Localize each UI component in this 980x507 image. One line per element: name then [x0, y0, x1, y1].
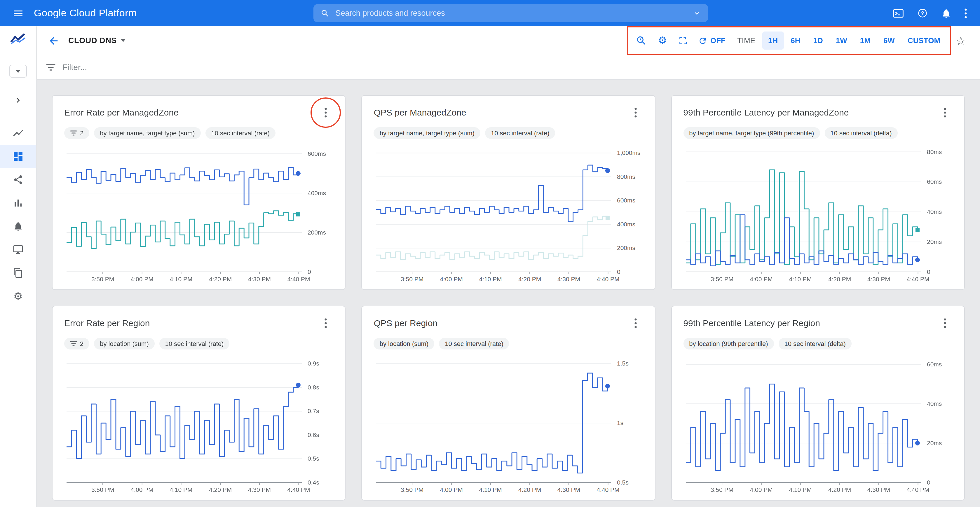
gear-icon: ⚙	[13, 291, 23, 302]
fullscreen-icon[interactable]	[675, 32, 692, 49]
svg-text:3:50 PM: 3:50 PM	[91, 486, 114, 493]
sidebar-item-alerting[interactable]	[0, 215, 36, 238]
header-actions: ?	[892, 8, 967, 19]
time-range-1d[interactable]: 1D	[808, 32, 829, 49]
time-range-6h[interactable]: 6H	[785, 32, 806, 49]
star-icon[interactable]: ☆	[956, 35, 966, 46]
sidebar-item-groups[interactable]	[0, 168, 36, 191]
svg-text:4:30 PM: 4:30 PM	[557, 276, 580, 282]
svg-text:4:00 PM: 4:00 PM	[131, 486, 154, 493]
card-menu-icon[interactable]	[628, 104, 643, 121]
notifications-icon[interactable]	[941, 8, 951, 18]
sidebar-item-pages[interactable]	[0, 261, 36, 285]
svg-text:4:20 PM: 4:20 PM	[209, 486, 232, 493]
svg-text:0.5s: 0.5s	[308, 455, 319, 462]
svg-text:40ms: 40ms	[927, 400, 942, 407]
sidebar-item-reports[interactable]	[0, 191, 36, 215]
card-menu-icon[interactable]	[937, 315, 953, 332]
menu-icon[interactable]	[8, 3, 28, 23]
app-title[interactable]: Google Cloud Platform	[34, 7, 137, 19]
chip: by location (sum)	[374, 338, 434, 350]
svg-text:1,000ms: 1,000ms	[617, 149, 641, 156]
sidebar-item-uptime-checks[interactable]	[0, 238, 36, 261]
svg-text:0.7s: 0.7s	[308, 407, 319, 414]
svg-text:400ms: 400ms	[308, 190, 326, 196]
chip: 10 sec interval (delta)	[824, 127, 897, 139]
filter-icon	[46, 63, 56, 71]
card-menu-icon[interactable]	[628, 315, 643, 332]
chart[interactable]: 60ms40ms20ms03:50 PM4:00 PM4:10 PM4:20 P…	[683, 351, 953, 496]
svg-text:20ms: 20ms	[927, 440, 942, 446]
sidebar-expand-icon[interactable]	[13, 94, 23, 107]
chart[interactable]: 1.5s1s0.5s3:50 PM4:00 PM4:10 PM4:20 PM4:…	[374, 351, 643, 496]
time-range-1h[interactable]: 1H	[762, 32, 784, 49]
time-range-1m[interactable]: 1M	[854, 32, 877, 49]
help-icon[interactable]: ?	[917, 8, 928, 19]
svg-text:4:10 PM: 4:10 PM	[170, 486, 192, 493]
svg-text:3:50 PM: 3:50 PM	[710, 486, 733, 493]
chip-row: by location (99th percentile)10 sec inte…	[683, 338, 953, 350]
zoom-time-icon[interactable]	[633, 32, 650, 49]
card-head: 99th Percentile Latency per ManagedZone	[683, 104, 953, 121]
filter-chip[interactable]: 2	[64, 127, 89, 139]
svg-text:4:10 PM: 4:10 PM	[789, 486, 811, 493]
svg-text:4:10 PM: 4:10 PM	[479, 276, 502, 282]
sidebar-item-metrics-explorer[interactable]	[0, 121, 36, 145]
chart[interactable]: 1,000ms800ms600ms400ms200ms03:50 PM4:00 …	[374, 140, 643, 286]
sidebar-item-settings[interactable]: ⚙	[0, 285, 36, 308]
svg-text:4:20 PM: 4:20 PM	[209, 276, 232, 282]
cloud-shell-icon[interactable]	[892, 8, 904, 18]
svg-text:0.4s: 0.4s	[308, 479, 319, 486]
svg-text:0.8s: 0.8s	[308, 384, 319, 391]
time-range-6w[interactable]: 6W	[878, 32, 900, 49]
sidebar-item-dashboards[interactable]	[0, 145, 36, 168]
time-label: TIME	[737, 36, 755, 45]
time-range-group: 1H6H1D1W1M6WCUSTOM	[762, 32, 946, 49]
svg-text:4:00 PM: 4:00 PM	[750, 486, 773, 493]
auto-refresh-toggle[interactable]: OFF	[696, 36, 728, 45]
svg-text:600ms: 600ms	[617, 197, 636, 203]
chart-card: 99th Percentile Latency per ManagedZone …	[671, 95, 965, 290]
card-menu-icon[interactable]	[318, 315, 334, 332]
filter-chip[interactable]: 2	[64, 338, 89, 350]
chart[interactable]: 600ms400ms200ms03:50 PM4:00 PM4:10 PM4:2…	[64, 140, 334, 286]
chip: 10 sec interval (rate)	[485, 127, 555, 139]
page: Google Cloud Platform ?	[0, 0, 980, 507]
filter-input[interactable]	[62, 62, 970, 72]
svg-text:3:50 PM: 3:50 PM	[401, 486, 424, 493]
toolbar: CLOUD DNS ⚙	[37, 26, 980, 55]
chevron-down-icon[interactable]	[692, 9, 701, 17]
chip-row: by target name, target type (99th percen…	[683, 127, 953, 139]
time-range-1w[interactable]: 1W	[830, 32, 853, 49]
more-icon[interactable]	[964, 8, 967, 18]
refresh-icon	[698, 36, 708, 45]
chip: by target name, target type (99th percen…	[683, 127, 820, 139]
search-bar[interactable]	[313, 4, 708, 22]
chip-row: 2by location (sum)10 sec interval (rate)	[64, 338, 334, 350]
time-range-custom[interactable]: CUSTOM	[902, 32, 946, 49]
chart[interactable]: 0.9s0.8s0.7s0.6s0.5s0.4s3:50 PM4:00 PM4:…	[64, 351, 334, 496]
settings-gear-icon[interactable]: ⚙	[654, 32, 671, 49]
svg-text:4:30 PM: 4:30 PM	[248, 276, 271, 282]
search-input[interactable]	[335, 9, 687, 17]
svg-text:4:30 PM: 4:30 PM	[248, 486, 271, 493]
back-icon[interactable]	[44, 31, 64, 51]
dashboard-icon	[12, 151, 24, 162]
svg-text:80ms: 80ms	[927, 148, 942, 155]
card-menu-icon[interactable]	[318, 104, 334, 121]
svg-text:4:20 PM: 4:20 PM	[828, 276, 851, 282]
svg-text:20ms: 20ms	[927, 238, 942, 245]
svg-text:0: 0	[308, 269, 311, 275]
dashboard-selector[interactable]: CLOUD DNS	[68, 36, 126, 45]
svg-text:4:30 PM: 4:30 PM	[867, 486, 890, 493]
chip: by target name, target type (sum)	[94, 127, 200, 139]
card-menu-icon[interactable]	[937, 104, 953, 121]
svg-text:4:40 PM: 4:40 PM	[597, 486, 620, 493]
svg-text:60ms: 60ms	[927, 361, 942, 367]
chip-row: by location (sum)10 sec interval (rate)	[374, 338, 643, 350]
copy-icon	[13, 268, 23, 278]
scope-picker[interactable]	[10, 65, 27, 78]
svg-text:0.9s: 0.9s	[308, 360, 319, 367]
chart[interactable]: 80ms60ms40ms20ms03:50 PM4:00 PM4:10 PM4:…	[683, 140, 953, 286]
card-head: QPS per Region	[374, 315, 643, 332]
